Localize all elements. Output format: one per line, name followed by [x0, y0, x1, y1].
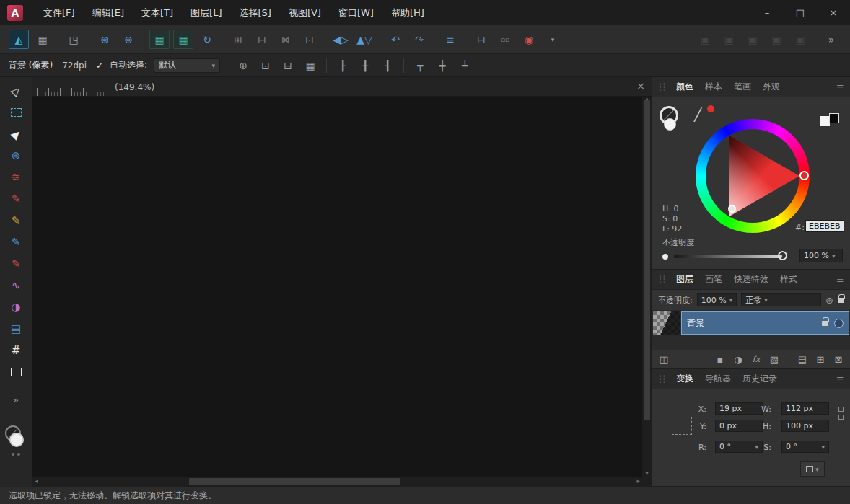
new-pixel-layer-button[interactable]: ▤: [797, 353, 808, 366]
rotate-canvas-button[interactable]: ↻: [197, 30, 217, 49]
shear-dropdown[interactable]: 0 °▾: [781, 441, 829, 453]
menu-window[interactable]: 窗口[W]: [330, 0, 382, 25]
liquify-persona-button[interactable]: ▦: [32, 30, 53, 49]
layer-row-background[interactable]: 背景: [652, 311, 850, 335]
preview-mode-button[interactable]: ⊡: [299, 30, 320, 49]
x-input[interactable]: 19 px: [715, 402, 763, 415]
blend-mode-dropdown[interactable]: 正常 ▾: [741, 293, 821, 306]
align-bottom-button[interactable]: ┷: [455, 57, 474, 74]
snap-to-bounds-button[interactable]: ⊡: [256, 57, 275, 74]
alignment-button[interactable]: ≡: [440, 30, 460, 49]
selection-brush-tool-button[interactable]: ⊛: [4, 145, 27, 167]
pixel-brush-tool-button[interactable]: ✎: [4, 253, 27, 275]
tab-stroke[interactable]: 笔画: [729, 79, 756, 95]
menu-text[interactable]: 文本[T]: [133, 0, 182, 25]
panel-menu-icon[interactable]: ≡: [836, 81, 844, 92]
maximize-button[interactable]: □: [784, 0, 817, 25]
assistant-dropdown-chevron[interactable]: ▾: [543, 30, 563, 49]
flip-vertical-button[interactable]: ▲▽: [354, 30, 374, 49]
align-top-button[interactable]: ┯: [411, 57, 429, 74]
close-button[interactable]: ×: [817, 0, 850, 25]
color-well-controls[interactable]: [12, 453, 20, 456]
snap-to-middle-button[interactable]: ⊟: [279, 57, 297, 74]
menu-help[interactable]: 帮助[H]: [382, 0, 433, 25]
scroll-down-arrow[interactable]: ▾: [642, 470, 652, 477]
pixel-grid-toggle-button[interactable]: ▦: [173, 30, 193, 49]
fill-color-swatch[interactable]: [9, 433, 24, 447]
fill-layer-button[interactable]: ▪: [714, 353, 726, 366]
tab-color[interactable]: 颜色: [671, 79, 698, 95]
snapshot-button[interactable]: ⊞: [228, 30, 248, 49]
tab-swatches[interactable]: 样本: [700, 79, 727, 95]
scroll-right-arrow[interactable]: ▸: [636, 477, 640, 485]
panel-menu-icon[interactable]: ≡: [836, 274, 844, 285]
bw-color-chips[interactable]: [820, 113, 841, 129]
color-wheel[interactable]: [696, 119, 810, 233]
assistant-button[interactable]: ◉: [519, 30, 539, 49]
opacity-slider-start-dot[interactable]: [662, 254, 668, 260]
scroll-left-arrow[interactable]: ◂: [35, 477, 38, 485]
hue-indicator[interactable]: [799, 171, 809, 180]
h-input[interactable]: 100 px: [781, 420, 829, 432]
crop-tool-button[interactable]: #: [4, 340, 27, 361]
insert-target-button[interactable]: ▫▫: [495, 30, 515, 49]
panel-drag-grip[interactable]: ┆┆: [658, 375, 665, 383]
fill-stroke-indicator[interactable]: [660, 106, 688, 135]
canvas-viewport[interactable]: ▴ ▾ ◂ ▸: [32, 97, 652, 487]
flip-horizontal-button[interactable]: ◀▷: [330, 30, 351, 49]
toolbar-overflow-button[interactable]: »: [821, 30, 841, 49]
snapping-toggle-button[interactable]: ▦: [149, 30, 170, 49]
layer-visibility-toggle[interactable]: [834, 319, 844, 328]
menu-edit[interactable]: 编辑[E]: [84, 0, 133, 25]
menu-file[interactable]: 文件[F]: [35, 0, 84, 25]
shape-tool-button[interactable]: [4, 361, 27, 383]
edit-all-layers-button[interactable]: ⊠: [276, 30, 296, 49]
gradient-tool-button[interactable]: ▤: [4, 318, 27, 340]
lock-layer-icon[interactable]: [838, 298, 844, 303]
move-tool-button[interactable]: ▷: [4, 80, 27, 102]
tab-brushes[interactable]: 画笔: [700, 271, 727, 288]
mask-layer-button[interactable]: ▨: [768, 353, 780, 366]
flood-select-tool-button[interactable]: ≋: [4, 167, 27, 188]
auto-select-dropdown[interactable]: 默认 ▾: [154, 58, 220, 73]
fill-stroke-color-well[interactable]: [5, 425, 27, 447]
node-select-tool-button[interactable]: ▶: [4, 123, 27, 145]
panel-drag-grip[interactable]: ┆┆: [658, 275, 665, 283]
opacity-slider-knob[interactable]: [778, 251, 787, 260]
layer-effects-button[interactable]: fx: [750, 353, 762, 366]
selected-layer-highlight[interactable]: 背景: [681, 311, 849, 335]
duplicate-layer-button[interactable]: ◫: [658, 353, 670, 366]
tab-layers[interactable]: 图层: [671, 271, 698, 288]
align-center-button[interactable]: ╂: [356, 57, 374, 74]
horizontal-scroll-thumb[interactable]: [189, 478, 400, 485]
menu-view[interactable]: 视图[V]: [280, 0, 330, 25]
align-right-button[interactable]: ┨: [378, 57, 397, 74]
rotation-dropdown[interactable]: 0 °▾: [715, 441, 763, 453]
menu-layer[interactable]: 图层[L]: [182, 0, 230, 25]
vertical-scroll-thumb[interactable]: [644, 100, 650, 420]
photo-persona-button[interactable]: ◭: [9, 30, 29, 49]
export-persona-button[interactable]: ◳: [63, 30, 84, 49]
w-input[interactable]: 112 px: [781, 402, 829, 415]
horizontal-scrollbar[interactable]: ◂ ▸: [32, 477, 642, 487]
transform-origin-button[interactable]: ▾: [800, 461, 825, 477]
cycle-selection-box-button[interactable]: ⊕: [234, 57, 253, 74]
tab-appearance[interactable]: 外观: [758, 79, 785, 95]
picked-color-swatch[interactable]: [707, 105, 714, 112]
link-dimensions-icon[interactable]: [838, 407, 844, 420]
dodge-burn-tool-button[interactable]: ◑: [4, 296, 27, 318]
tone-mapping-persona-button[interactable]: ⊛: [118, 30, 139, 49]
black-chip[interactable]: [829, 113, 839, 123]
pencil-tool-button[interactable]: ✎: [4, 210, 27, 231]
adjustment-layer-button[interactable]: ◑: [732, 353, 744, 366]
tools-expand-button[interactable]: »: [13, 394, 19, 405]
pen-tool-button[interactable]: ✎: [4, 188, 27, 210]
tab-live-filters[interactable]: 快速特效: [729, 271, 774, 288]
panel-drag-grip[interactable]: ┆┆: [658, 83, 665, 91]
smudge-tool-button[interactable]: ∿: [4, 275, 27, 296]
tab-transform[interactable]: 变换: [671, 371, 698, 387]
rotate-cw-button[interactable]: ↷: [409, 30, 429, 49]
develop-persona-button[interactable]: ⊛: [95, 30, 115, 49]
opacity-slider-track[interactable]: [674, 255, 782, 258]
show-grid-button[interactable]: ▦: [301, 57, 320, 74]
